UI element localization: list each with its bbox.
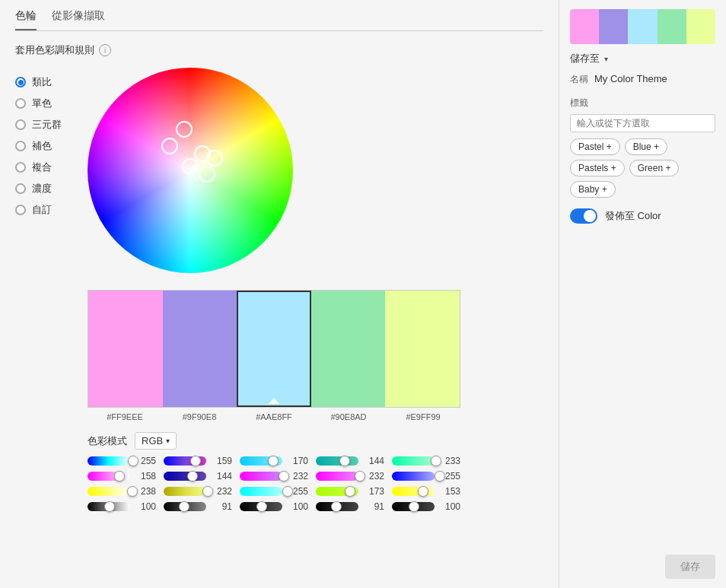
slider-track-2-1[interactable]	[240, 472, 282, 481]
slider-thumb-1-2[interactable]	[202, 486, 213, 497]
right-panel: 儲存至 ▾ 名稱 My Color Theme 標籤 Pastel +Blue …	[559, 0, 726, 588]
slider-track-3-3[interactable]	[316, 502, 358, 511]
slider-track-4-0[interactable]	[392, 456, 435, 466]
wheel-dot-3[interactable]	[199, 166, 215, 183]
slider-thumb-3-3[interactable]	[331, 501, 342, 512]
preview-swatch-1	[599, 9, 628, 44]
slider-track-3-1[interactable]	[316, 472, 358, 481]
slider-thumb-1-0[interactable]	[190, 456, 201, 466]
wheel-dot-5[interactable]	[194, 145, 211, 162]
slider-thumb-2-0[interactable]	[268, 456, 279, 466]
slider-thumb-3-0[interactable]	[339, 456, 350, 466]
slider-track-0-2[interactable]	[88, 487, 130, 496]
tab-color-wheel[interactable]: 色輪	[15, 9, 37, 30]
save-button[interactable]: 儲存	[665, 555, 715, 579]
tag-chip-2[interactable]: Pastels +	[570, 160, 625, 176]
slider-value-1-2: 232	[211, 486, 232, 497]
slider-thumb-3-1[interactable]	[355, 471, 365, 482]
hex-labels: #FF9EEE#9F90E8#AAE8FF#90E8AD#E9FF99	[88, 412, 460, 421]
slider-track-4-2[interactable]	[392, 487, 435, 496]
slider-row-3-0: 144	[316, 456, 384, 466]
slider-thumb-1-3[interactable]	[179, 501, 189, 512]
slider-track-1-1[interactable]	[164, 472, 206, 481]
hex-label-2: #AAE8FF	[237, 412, 311, 421]
slider-thumb-4-3[interactable]	[409, 501, 419, 512]
name-label: 名稱	[570, 73, 588, 86]
info-icon[interactable]: i	[99, 44, 111, 56]
slider-thumb-4-2[interactable]	[418, 486, 428, 497]
radio-shades[interactable]: 濃度	[15, 182, 72, 195]
swatch-2[interactable]	[237, 291, 311, 407]
tag-chip-3[interactable]: Green +	[629, 160, 680, 176]
slider-row-0-2: 238	[88, 486, 156, 497]
tags-input[interactable]	[570, 114, 715, 132]
radio-custom[interactable]: 自訂	[15, 203, 72, 217]
slider-row-1-0: 159	[164, 456, 232, 466]
wheel-dot-0[interactable]	[176, 121, 193, 138]
color-mode-select[interactable]: RGB ▾	[135, 432, 177, 450]
slider-track-3-2[interactable]	[316, 487, 358, 496]
slider-track-1-0[interactable]	[164, 456, 206, 466]
slider-track-1-3[interactable]	[164, 502, 206, 511]
chevron-down-icon: ▾	[604, 55, 608, 63]
preview-swatch-2	[628, 9, 657, 44]
slider-column-1: 15914423291	[164, 456, 232, 512]
slider-track-2-0[interactable]	[240, 456, 282, 466]
slider-track-0-3[interactable]	[88, 502, 130, 511]
color-wheel[interactable]	[88, 68, 293, 273]
slider-thumb-2-3[interactable]	[256, 501, 267, 512]
preview-bar	[570, 9, 715, 44]
slider-value-1-1: 144	[211, 471, 232, 482]
swatch-3[interactable]	[311, 291, 386, 407]
slider-track-3-0[interactable]	[316, 456, 358, 466]
radio-compound[interactable]: 複合	[15, 161, 72, 174]
swatch-0[interactable]	[88, 291, 163, 407]
tab-image-extract[interactable]: 從影像擷取	[52, 9, 105, 30]
slider-thumb-4-1[interactable]	[435, 471, 445, 482]
radio-triad[interactable]: 三元群	[15, 118, 72, 132]
slider-track-1-2[interactable]	[164, 487, 206, 496]
slider-row-0-1: 158	[88, 471, 156, 482]
slider-track-0-0[interactable]	[88, 456, 130, 466]
radio-circle-shades	[15, 183, 26, 194]
slider-track-2-2[interactable]	[240, 487, 282, 496]
slider-track-0-1[interactable]	[88, 472, 130, 481]
slider-value-3-3: 91	[363, 501, 384, 512]
slider-row-1-2: 232	[164, 486, 232, 497]
slider-thumb-0-3[interactable]	[104, 501, 115, 512]
publish-row: 發佈至 Color	[570, 208, 715, 224]
slider-value-1-0: 159	[211, 456, 232, 466]
slider-thumb-4-0[interactable]	[431, 456, 441, 466]
swatch-4[interactable]	[385, 291, 460, 407]
tag-chip-4[interactable]: Baby +	[570, 181, 616, 198]
wheel-dot-2[interactable]	[182, 158, 199, 175]
wheel-dot-1[interactable]	[161, 138, 178, 154]
slider-track-4-1[interactable]	[392, 472, 435, 481]
slider-thumb-2-2[interactable]	[282, 486, 293, 497]
slider-value-3-0: 144	[363, 456, 384, 466]
radio-analogy[interactable]: 類比	[15, 75, 72, 89]
slider-thumb-2-1[interactable]	[279, 471, 289, 482]
swatch-1[interactable]	[163, 291, 237, 407]
slider-row-3-3: 91	[316, 501, 384, 512]
slider-track-2-3[interactable]	[240, 502, 282, 511]
radio-monochrome[interactable]: 單色	[15, 97, 72, 110]
radio-complementary[interactable]: 補色	[15, 139, 72, 153]
slider-thumb-0-1[interactable]	[114, 471, 125, 482]
slider-thumb-1-1[interactable]	[187, 471, 198, 482]
radio-label-analogy: 類比	[32, 75, 52, 89]
publish-toggle[interactable]	[570, 208, 597, 224]
tag-chip-0[interactable]: Pastel +	[570, 138, 620, 155]
slider-thumb-3-2[interactable]	[345, 486, 355, 497]
tag-chip-1[interactable]: Blue +	[625, 138, 667, 155]
preview-swatch-4	[686, 9, 715, 44]
slider-row-2-2: 255	[240, 486, 308, 497]
slider-column-3: 14423217391	[316, 456, 384, 512]
tags-grid: Pastel +Blue +Pastels +Green +Baby +	[570, 138, 715, 198]
slider-thumb-0-0[interactable]	[128, 456, 139, 466]
slider-track-4-3[interactable]	[392, 502, 435, 511]
radio-label-monochrome: 單色	[32, 97, 52, 110]
slider-thumb-0-2[interactable]	[127, 486, 138, 497]
theme-name-value[interactable]: My Color Theme	[594, 73, 667, 84]
save-to-row[interactable]: 儲存至 ▾	[570, 52, 715, 65]
